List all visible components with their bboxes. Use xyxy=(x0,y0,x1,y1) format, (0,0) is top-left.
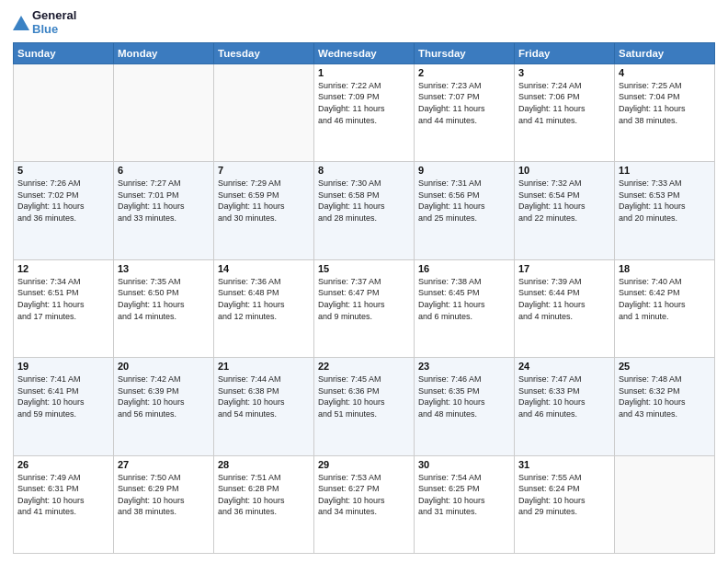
day-info: Sunrise: 7:29 AM Sunset: 6:59 PM Dayligh… xyxy=(218,178,310,224)
calendar-cell: 31Sunrise: 7:55 AM Sunset: 6:24 PM Dayli… xyxy=(515,455,615,553)
day-info: Sunrise: 7:23 AM Sunset: 7:07 PM Dayligh… xyxy=(418,80,510,126)
calendar-cell xyxy=(615,455,715,553)
calendar-cell: 9Sunrise: 7:31 AM Sunset: 6:56 PM Daylig… xyxy=(415,162,515,259)
day-info: Sunrise: 7:22 AM Sunset: 7:09 PM Dayligh… xyxy=(318,80,410,126)
calendar-cell: 11Sunrise: 7:33 AM Sunset: 6:53 PM Dayli… xyxy=(615,162,715,259)
logo: General Blue xyxy=(13,9,76,37)
day-number: 2 xyxy=(418,67,510,78)
day-info: Sunrise: 7:31 AM Sunset: 6:56 PM Dayligh… xyxy=(418,178,510,224)
day-number: 21 xyxy=(218,361,310,372)
day-number: 31 xyxy=(518,459,610,470)
day-info: Sunrise: 7:44 AM Sunset: 6:38 PM Dayligh… xyxy=(218,373,310,419)
day-info: Sunrise: 7:42 AM Sunset: 6:39 PM Dayligh… xyxy=(118,373,210,419)
calendar-cell xyxy=(14,63,114,161)
logo-triangle-icon xyxy=(13,15,29,31)
day-info: Sunrise: 7:25 AM Sunset: 7:04 PM Dayligh… xyxy=(619,80,711,126)
svg-marker-0 xyxy=(13,16,29,30)
calendar-cell: 10Sunrise: 7:32 AM Sunset: 6:54 PM Dayli… xyxy=(515,162,615,259)
calendar-cell: 24Sunrise: 7:47 AM Sunset: 6:33 PM Dayli… xyxy=(515,358,615,455)
calendar-cell: 16Sunrise: 7:38 AM Sunset: 6:45 PM Dayli… xyxy=(415,259,515,357)
day-number: 13 xyxy=(118,263,210,274)
day-number: 27 xyxy=(118,459,210,470)
day-info: Sunrise: 7:49 AM Sunset: 6:31 PM Dayligh… xyxy=(17,472,109,518)
calendar-cell: 25Sunrise: 7:48 AM Sunset: 6:32 PM Dayli… xyxy=(615,358,715,455)
calendar-cell: 19Sunrise: 7:41 AM Sunset: 6:41 PM Dayli… xyxy=(14,358,114,455)
day-number: 3 xyxy=(518,67,610,78)
calendar-cell: 28Sunrise: 7:51 AM Sunset: 6:28 PM Dayli… xyxy=(214,455,314,553)
day-number: 5 xyxy=(17,165,109,176)
day-info: Sunrise: 7:51 AM Sunset: 6:28 PM Dayligh… xyxy=(218,472,310,518)
day-info: Sunrise: 7:33 AM Sunset: 6:53 PM Dayligh… xyxy=(619,178,711,224)
day-number: 8 xyxy=(318,165,410,176)
calendar-cell: 27Sunrise: 7:50 AM Sunset: 6:29 PM Dayli… xyxy=(114,455,214,553)
dow-header-monday: Monday xyxy=(114,42,214,63)
day-number: 24 xyxy=(518,361,610,372)
day-info: Sunrise: 7:30 AM Sunset: 6:58 PM Dayligh… xyxy=(318,178,410,224)
day-number: 6 xyxy=(118,165,210,176)
calendar-cell: 29Sunrise: 7:53 AM Sunset: 6:27 PM Dayli… xyxy=(314,455,415,553)
day-number: 18 xyxy=(619,263,711,274)
day-info: Sunrise: 7:37 AM Sunset: 6:47 PM Dayligh… xyxy=(318,276,410,322)
calendar-cell: 26Sunrise: 7:49 AM Sunset: 6:31 PM Dayli… xyxy=(14,455,114,553)
calendar-cell: 22Sunrise: 7:45 AM Sunset: 6:36 PM Dayli… xyxy=(314,358,415,455)
calendar-cell: 4Sunrise: 7:25 AM Sunset: 7:04 PM Daylig… xyxy=(615,63,715,161)
calendar-cell: 6Sunrise: 7:27 AM Sunset: 7:01 PM Daylig… xyxy=(114,162,214,259)
logo-blue: Blue xyxy=(32,23,76,37)
day-number: 15 xyxy=(318,263,410,274)
day-number: 20 xyxy=(118,361,210,372)
dow-header-saturday: Saturday xyxy=(615,42,715,63)
day-info: Sunrise: 7:45 AM Sunset: 6:36 PM Dayligh… xyxy=(318,373,410,419)
day-info: Sunrise: 7:35 AM Sunset: 6:50 PM Dayligh… xyxy=(118,276,210,322)
day-number: 19 xyxy=(17,361,109,372)
dow-header-tuesday: Tuesday xyxy=(214,42,314,63)
day-number: 23 xyxy=(418,361,510,372)
calendar-cell: 18Sunrise: 7:40 AM Sunset: 6:42 PM Dayli… xyxy=(615,259,715,357)
day-info: Sunrise: 7:47 AM Sunset: 6:33 PM Dayligh… xyxy=(518,373,610,419)
calendar-cell: 8Sunrise: 7:30 AM Sunset: 6:58 PM Daylig… xyxy=(314,162,415,259)
calendar-cell: 23Sunrise: 7:46 AM Sunset: 6:35 PM Dayli… xyxy=(415,358,515,455)
day-info: Sunrise: 7:40 AM Sunset: 6:42 PM Dayligh… xyxy=(619,276,711,322)
day-number: 17 xyxy=(518,263,610,274)
page: General Blue SundayMondayTuesdayWednesda… xyxy=(0,0,728,563)
logo-general: General xyxy=(32,9,76,23)
day-number: 11 xyxy=(619,165,711,176)
calendar-cell: 3Sunrise: 7:24 AM Sunset: 7:06 PM Daylig… xyxy=(515,63,615,161)
calendar-cell xyxy=(214,63,314,161)
calendar-cell: 1Sunrise: 7:22 AM Sunset: 7:09 PM Daylig… xyxy=(314,63,415,161)
calendar-table: SundayMondayTuesdayWednesdayThursdayFrid… xyxy=(13,42,715,554)
calendar-cell: 17Sunrise: 7:39 AM Sunset: 6:44 PM Dayli… xyxy=(515,259,615,357)
day-number: 10 xyxy=(518,165,610,176)
header: General Blue xyxy=(13,9,715,37)
day-number: 14 xyxy=(218,263,310,274)
day-number: 16 xyxy=(418,263,510,274)
calendar-cell: 20Sunrise: 7:42 AM Sunset: 6:39 PM Dayli… xyxy=(114,358,214,455)
calendar-cell: 12Sunrise: 7:34 AM Sunset: 6:51 PM Dayli… xyxy=(14,259,114,357)
calendar-cell: 14Sunrise: 7:36 AM Sunset: 6:48 PM Dayli… xyxy=(214,259,314,357)
day-number: 25 xyxy=(619,361,711,372)
day-info: Sunrise: 7:41 AM Sunset: 6:41 PM Dayligh… xyxy=(17,373,109,419)
calendar-cell: 13Sunrise: 7:35 AM Sunset: 6:50 PM Dayli… xyxy=(114,259,214,357)
day-info: Sunrise: 7:26 AM Sunset: 7:02 PM Dayligh… xyxy=(17,178,109,224)
day-number: 1 xyxy=(318,67,410,78)
calendar-cell: 30Sunrise: 7:54 AM Sunset: 6:25 PM Dayli… xyxy=(415,455,515,553)
day-info: Sunrise: 7:27 AM Sunset: 7:01 PM Dayligh… xyxy=(118,178,210,224)
day-number: 29 xyxy=(318,459,410,470)
day-info: Sunrise: 7:54 AM Sunset: 6:25 PM Dayligh… xyxy=(418,472,510,518)
day-number: 22 xyxy=(318,361,410,372)
day-info: Sunrise: 7:36 AM Sunset: 6:48 PM Dayligh… xyxy=(218,276,310,322)
calendar-cell: 2Sunrise: 7:23 AM Sunset: 7:07 PM Daylig… xyxy=(415,63,515,161)
day-info: Sunrise: 7:53 AM Sunset: 6:27 PM Dayligh… xyxy=(318,472,410,518)
day-info: Sunrise: 7:34 AM Sunset: 6:51 PM Dayligh… xyxy=(17,276,109,322)
day-info: Sunrise: 7:50 AM Sunset: 6:29 PM Dayligh… xyxy=(118,472,210,518)
calendar-cell xyxy=(114,63,214,161)
day-info: Sunrise: 7:39 AM Sunset: 6:44 PM Dayligh… xyxy=(518,276,610,322)
calendar-cell: 21Sunrise: 7:44 AM Sunset: 6:38 PM Dayli… xyxy=(214,358,314,455)
day-number: 30 xyxy=(418,459,510,470)
day-info: Sunrise: 7:32 AM Sunset: 6:54 PM Dayligh… xyxy=(518,178,610,224)
day-number: 28 xyxy=(218,459,310,470)
dow-header-friday: Friday xyxy=(515,42,615,63)
day-info: Sunrise: 7:46 AM Sunset: 6:35 PM Dayligh… xyxy=(418,373,510,419)
day-info: Sunrise: 7:24 AM Sunset: 7:06 PM Dayligh… xyxy=(518,80,610,126)
day-info: Sunrise: 7:48 AM Sunset: 6:32 PM Dayligh… xyxy=(619,373,711,419)
day-number: 9 xyxy=(418,165,510,176)
